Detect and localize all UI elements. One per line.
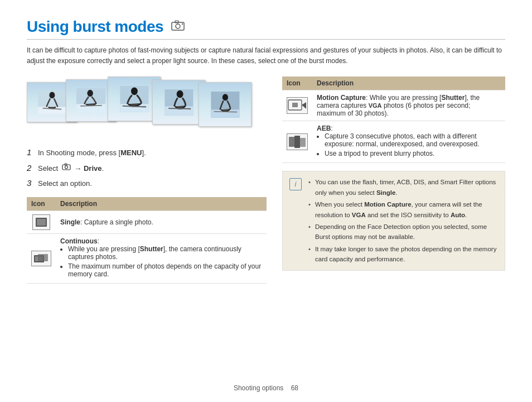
table-row: AEB: Capture 3 consecutive photos, each … [282,121,505,163]
svg-line-11 [80,106,102,106]
svg-point-22 [222,94,228,100]
step-2-num: 2 [27,163,35,173]
photo-strip [27,76,267,135]
table-row: Motion Capture: While you are pressing [… [282,90,505,121]
step-2: 2 Select → Drive. [27,163,267,174]
drive-camera-icon [62,163,71,171]
left-table-header-icon: Icon [27,197,56,211]
single-desc-cell: Single: Capture a single photo. [56,210,267,233]
right-options-table: Icon Description [282,76,505,163]
step-1-text: In Shooting mode, press [MENU]. [38,147,146,159]
motion-capture-icon [287,97,308,114]
svg-line-23 [214,112,237,112]
left-options-table: Icon Description [27,197,267,284]
step-3-num: 3 [27,178,35,188]
right-column: Icon Description [282,76,505,284]
svg-point-1 [176,24,180,28]
page-title: Using burst modes [27,18,163,36]
continuous-icon-cell [27,233,56,283]
svg-point-25 [65,166,67,169]
continuous-desc-cell: Continuous: While you are pressing [Shut… [56,233,267,283]
note-icon-col: i [289,177,304,190]
photo-card-5 [199,82,252,127]
svg-rect-37 [300,138,306,147]
footer: Shooting options 68 [0,384,532,392]
svg-point-10 [87,90,93,97]
svg-point-18 [176,90,183,98]
note-row-1: • You can use the flash, timer, ACB, DIS… [308,177,498,198]
right-table-header-icon: Icon [282,76,312,90]
note-box: i • You can use the flash, timer, ACB, D… [282,171,505,270]
step-3: 3 Select an option. [27,178,267,189]
aeb-icon-cell [282,121,312,163]
note-row-3: • Depending on the Face Detection option… [308,222,498,242]
intro-text: It can be difficult to capture photos of… [27,45,505,66]
svg-point-3 [182,23,183,25]
aeb-desc-cell: AEB: Capture 3 consecutive photos, each … [312,121,505,163]
svg-point-14 [131,88,138,95]
svg-marker-33 [302,102,306,109]
footer-page: 68 [291,384,298,392]
step-1-num: 1 [27,147,35,157]
table-row: Single: Capture a single photo. [27,210,267,233]
aeb-icon [287,133,308,150]
step-3-text: Select an option. [38,178,92,189]
steps: 1 In Shooting mode, press [MENU]. 2 Sele… [27,147,267,189]
svg-rect-36 [294,136,300,148]
camera-mode-icon [170,19,186,35]
note-row-4: • It may take longer to save the photos … [308,244,498,265]
step-2-text: Select → Drive. [38,163,104,174]
left-table-header-desc: Description [56,197,267,211]
left-column: 1 In Shooting mode, press [MENU]. 2 Sele… [27,76,267,284]
svg-rect-31 [38,254,48,261]
info-icon: i [289,178,302,190]
footer-text: Shooting options [234,384,283,392]
svg-rect-34 [292,103,298,107]
page: Using burst modes It can be difficult to… [0,0,532,402]
right-table-header-desc: Description [312,76,505,90]
photo-card-4 [152,80,205,125]
step-1: 1 In Shooting mode, press [MENU]. [27,147,267,159]
content-columns: 1 In Shooting mode, press [MENU]. 2 Sele… [27,76,505,284]
motion-icon-cell [282,90,312,121]
svg-rect-35 [289,137,294,147]
svg-point-6 [49,92,55,99]
svg-rect-2 [175,21,178,23]
motion-desc-cell: Motion Capture: While you are pressing [… [312,90,505,121]
note-row-2: • When you select Motion Capture, your c… [308,199,498,220]
single-icon-cell [27,210,56,233]
title-divider [27,39,505,40]
single-icon [32,214,50,230]
svg-line-19 [168,108,191,109]
table-row: Continuous: While you are pressing [Shut… [27,233,267,283]
title-row: Using burst modes [27,18,505,36]
svg-rect-28 [37,219,46,226]
continuous-icon [31,251,51,266]
note-content: • You can use the flash, timer, ACB, DIS… [308,177,498,264]
